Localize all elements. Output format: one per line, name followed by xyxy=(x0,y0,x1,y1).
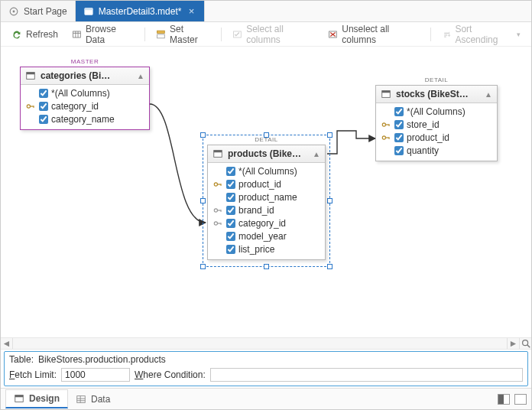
column-checkbox[interactable] xyxy=(394,133,404,142)
scroll-right-button[interactable]: ► xyxy=(507,338,519,349)
column-checkbox[interactable] xyxy=(226,180,235,189)
tab-design[interactable]: Design xyxy=(5,389,68,408)
column-list: *(All Columns)product_idproduct_namebran… xyxy=(208,163,325,259)
svg-rect-42 xyxy=(77,395,86,402)
svg-rect-18 xyxy=(34,106,34,108)
column-fk[interactable]: brand_id xyxy=(211,203,322,216)
column-checkbox[interactable] xyxy=(39,89,48,98)
toolbar: Refresh Browse Data Set Master Select al… xyxy=(1,22,531,47)
column[interactable]: *(All Columns) xyxy=(379,105,494,118)
column-label: category_name xyxy=(51,114,115,125)
maximize-button[interactable] xyxy=(514,394,527,405)
column[interactable]: category_name xyxy=(24,112,146,125)
design-icon xyxy=(14,393,24,404)
column-label: *(All Columns) xyxy=(407,106,466,117)
primary-key-icon xyxy=(25,101,36,112)
column-checkbox[interactable] xyxy=(394,120,404,129)
column[interactable]: list_price xyxy=(211,242,322,255)
svg-rect-29 xyxy=(221,223,222,225)
column-checkbox[interactable] xyxy=(39,102,48,111)
table-value: BikeStores.production.products xyxy=(38,354,166,365)
editor-tabbar: Start Page MasterDetail3.mdet* × xyxy=(1,1,531,22)
column-label: category_id xyxy=(238,218,286,229)
column-label: quantity xyxy=(407,145,439,156)
column-label: model_year xyxy=(238,231,287,242)
fetch-limit-input[interactable] xyxy=(61,368,130,382)
column[interactable]: model_year xyxy=(211,229,322,242)
primary-key-icon xyxy=(381,119,391,130)
tab-data[interactable]: Data xyxy=(68,391,118,408)
svg-rect-41 xyxy=(15,395,24,398)
column-label: product_name xyxy=(238,192,297,203)
close-icon[interactable]: × xyxy=(186,5,196,17)
column-label: *(All Columns) xyxy=(238,166,297,177)
svg-point-35 xyxy=(382,135,385,138)
role-badge-master: MASTER xyxy=(71,58,99,65)
table-box-products[interactable]: DETAIL products (Bike… ▲ *(All Columns)p… xyxy=(207,145,326,260)
svg-rect-15 xyxy=(27,73,35,75)
column-checkbox[interactable] xyxy=(394,146,404,155)
table-title: categories (Bi… xyxy=(41,70,110,81)
find-icon[interactable] xyxy=(519,338,531,349)
table-icon xyxy=(381,89,391,99)
column-pk[interactable]: category_id xyxy=(24,99,146,112)
column-fk[interactable]: category_id xyxy=(211,216,322,229)
svg-rect-9 xyxy=(157,34,165,38)
scroll-left-button[interactable]: ◄ xyxy=(1,338,13,349)
svg-rect-3 xyxy=(84,8,92,10)
column-checkbox[interactable] xyxy=(226,232,235,241)
refresh-icon xyxy=(11,29,22,40)
table-box-stocks[interactable]: DETAIL stocks (BikeSt… ▲ *(All Columns)s… xyxy=(375,85,498,161)
column-label: list_price xyxy=(238,244,274,255)
table-label: Table: xyxy=(9,354,34,365)
column[interactable]: product_name xyxy=(211,190,322,203)
column-checkbox[interactable] xyxy=(39,115,48,124)
where-condition-label: Where Condition: xyxy=(135,369,206,380)
collapse-icon[interactable]: ▲ xyxy=(313,150,320,158)
column[interactable]: *(All Columns) xyxy=(24,86,146,99)
svg-rect-26 xyxy=(221,210,222,212)
column-checkbox[interactable] xyxy=(226,206,235,215)
column-checkbox[interactable] xyxy=(226,167,235,176)
column-label: *(All Columns) xyxy=(51,88,110,99)
column-checkbox[interactable] xyxy=(226,245,235,254)
primary-key-icon xyxy=(381,132,391,143)
svg-rect-23 xyxy=(221,184,222,186)
tab-start-page[interactable]: Start Page xyxy=(1,1,76,21)
column-pk[interactable]: product_id xyxy=(379,131,494,144)
column-pk[interactable]: store_id xyxy=(379,118,494,131)
unselect-all-columns-button[interactable]: Unselect all columns xyxy=(322,21,425,47)
role-badge-detail: DETAIL xyxy=(425,76,448,83)
select-all-columns-button: Select all columns xyxy=(226,21,320,47)
collapse-icon[interactable]: ▲ xyxy=(485,90,492,99)
column[interactable]: *(All Columns) xyxy=(211,164,322,177)
svg-rect-37 xyxy=(389,137,390,139)
sort-ascending-button: Sort Ascending ▾ xyxy=(436,21,527,47)
refresh-button[interactable]: Refresh xyxy=(5,27,64,42)
column-label: store_id xyxy=(407,119,440,130)
browse-data-button[interactable]: Browse Data xyxy=(66,21,140,47)
svg-point-38 xyxy=(522,340,527,346)
unselect-all-icon xyxy=(328,29,338,40)
table-icon xyxy=(25,70,36,81)
set-master-button[interactable]: Set Master xyxy=(150,21,216,47)
tab-label: MasterDetail3.mdet* xyxy=(99,6,182,17)
tab-editor-file[interactable]: MasterDetail3.mdet* × xyxy=(76,1,206,21)
table-title: products (Bike… xyxy=(228,148,301,159)
column-checkbox[interactable] xyxy=(226,219,235,228)
column-checkbox[interactable] xyxy=(394,107,404,116)
column-pk[interactable]: product_id xyxy=(211,177,322,190)
table-box-categories[interactable]: MASTER categories (Bi… ▲ *(All Columns)c… xyxy=(20,67,150,130)
horizontal-scrollbar[interactable]: ◄ ► xyxy=(1,337,531,350)
primary-key-icon xyxy=(212,179,223,190)
table-icon xyxy=(212,148,223,159)
column[interactable]: quantity xyxy=(379,144,494,157)
layout-toggle-button[interactable] xyxy=(498,394,510,405)
design-canvas[interactable]: MASTER categories (Bi… ▲ *(All Columns)c… xyxy=(1,47,531,337)
start-page-icon xyxy=(8,6,19,17)
collapse-icon[interactable]: ▲ xyxy=(137,72,144,80)
set-master-icon xyxy=(156,29,166,40)
column-checkbox[interactable] xyxy=(226,193,235,202)
column-label: brand_id xyxy=(238,205,274,216)
where-condition-input[interactable] xyxy=(210,368,523,382)
